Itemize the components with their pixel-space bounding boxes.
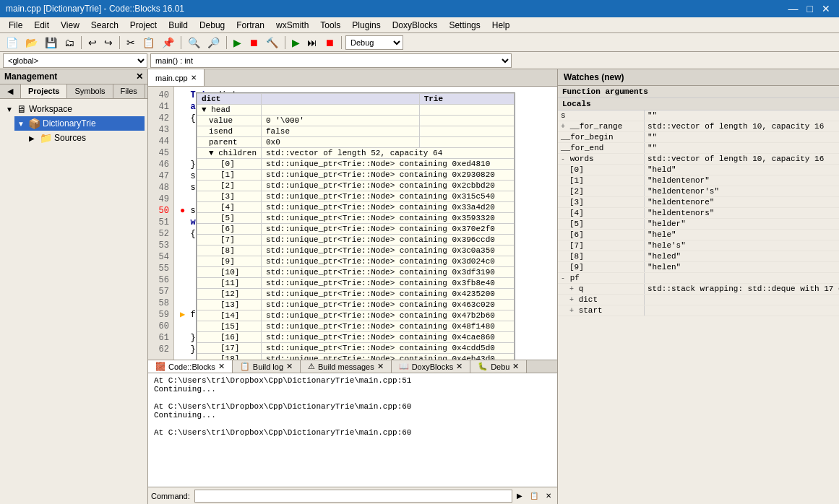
menu-help[interactable]: Help (486, 19, 516, 32)
bottom-tab-buildmsg-close[interactable]: ✕ (377, 362, 384, 371)
cut-button[interactable]: ✂ (124, 35, 138, 51)
editor-tab-main[interactable]: main.cpp ✕ (148, 69, 205, 86)
workspace-expand[interactable]: ▼ (6, 105, 14, 113)
debug-run-button[interactable]: ▶ (289, 35, 303, 51)
menu-doxyblocks[interactable]: DoxyBlocks (387, 19, 444, 32)
watch-row-s: s "" (558, 110, 839, 121)
save-button[interactable]: 💾 (42, 35, 60, 51)
title-bar: main.cpp [DictionaryTrie] - Code::Blocks… (0, 0, 839, 17)
bottom-panel: 🧱 Code::Blocks ✕ 📋 Build log ✕ ⚠ Build m… (148, 360, 557, 504)
menu-project[interactable]: Project (124, 19, 163, 32)
management-close-button[interactable]: ✕ (136, 71, 143, 82)
words-expand[interactable]: - (561, 155, 565, 163)
sources-item[interactable]: ▶ 📁 Sources (26, 131, 145, 145)
redo-button[interactable]: ↪ (101, 35, 116, 51)
watch-name-dict-text: dict (579, 295, 598, 304)
bottom-tab-codeblocks[interactable]: 🧱 Code::Blocks ✕ (148, 360, 233, 373)
command-input[interactable] (194, 490, 512, 503)
bottom-tab-debug-close[interactable]: ✕ (512, 362, 519, 371)
watch-value-words-8: "heled" (645, 251, 839, 261)
stop-button[interactable]: ⏹ (246, 35, 262, 51)
watch-value-words-1: "heldentenor" (645, 175, 839, 186)
separator-3 (181, 36, 181, 49)
debug-overlay: dict Trie ▼ head valu (174, 87, 557, 360)
debug-stop-button[interactable]: ⏹ (322, 35, 337, 51)
bottom-tab-buildlog[interactable]: 📋 Build log ✕ (233, 360, 301, 373)
menu-tools[interactable]: Tools (314, 19, 346, 32)
watch-row-words-1: [1] "heldentenor" (558, 175, 839, 186)
menu-plugins[interactable]: Plugins (346, 19, 386, 32)
bottom-tab-doxy-close[interactable]: ✕ (456, 362, 462, 371)
watch-name-words-1: [1] (558, 175, 645, 186)
bottom-tab-buildmsg[interactable]: ⚠ Build messages ✕ (301, 360, 392, 373)
minimize-button[interactable]: — (786, 3, 801, 14)
dict-expand[interactable]: + (569, 296, 574, 304)
debug-expand-head[interactable]: ▼ head (197, 105, 262, 116)
replace-button[interactable]: 🔎 (205, 35, 223, 51)
debug-table: dict Trie ▼ head valu (196, 92, 515, 360)
separator-6 (341, 36, 342, 49)
project-item[interactable]: ▼ 📦 DictionaryTrie (14, 116, 145, 131)
q-expand[interactable]: + (569, 285, 574, 293)
for-range-expand[interactable]: + (561, 123, 565, 131)
function-scope-select[interactable]: main() : int (150, 53, 512, 68)
undo-button[interactable]: ↩ (85, 35, 100, 51)
tab-prev-button[interactable]: ◀ (0, 84, 21, 98)
debug-head-value (419, 105, 514, 116)
watch-row-start: + start (558, 305, 839, 316)
command-send-button[interactable]: ▶ (514, 488, 525, 504)
debug-combo[interactable]: Debug (345, 35, 403, 50)
paste-button[interactable]: 📌 (159, 35, 177, 51)
watch-name-words: - words (558, 154, 645, 164)
workspace-children: ▼ 📦 DictionaryTrie ▶ 📁 Sources (14, 116, 145, 145)
build-button[interactable]: 🔨 (263, 35, 281, 51)
sources-expand[interactable]: ▶ (29, 134, 38, 142)
command-clear-button[interactable]: ✕ (543, 488, 554, 504)
project-icon: 📦 (28, 118, 40, 129)
editor-tab-filename: main.cpp (155, 74, 188, 82)
watch-name-pf-text: pf (570, 274, 580, 282)
close-button[interactable]: ✕ (819, 3, 833, 14)
save-all-button[interactable]: 🗂 (61, 35, 77, 51)
run-button[interactable]: ▶ (231, 35, 244, 51)
tab-symbols[interactable]: Symbols (67, 84, 113, 98)
menu-fortran[interactable]: Fortran (231, 19, 270, 32)
maximize-button[interactable]: □ (804, 3, 816, 14)
editor-tab-close[interactable]: ✕ (191, 74, 197, 82)
debug-child-4-val: std::unique_ptr<Trie::Node> containing 0… (262, 202, 515, 213)
menu-debug[interactable]: Debug (194, 19, 231, 32)
new-button[interactable]: 📄 (3, 35, 21, 51)
menu-wxsmith[interactable]: wxSmith (270, 19, 314, 32)
menu-view[interactable]: View (55, 19, 85, 32)
command-copy-button[interactable]: 📋 (527, 488, 541, 504)
debug-child-11-val: std::unique_ptr<Trie::Node> containing 0… (262, 278, 515, 289)
copy-button[interactable]: 📋 (139, 35, 158, 51)
global-scope-select[interactable]: <global> (3, 53, 147, 68)
search-button[interactable]: 🔍 (185, 35, 203, 51)
pf-expand[interactable]: - (561, 274, 565, 282)
bottom-tab-buildlog-close[interactable]: ✕ (286, 362, 293, 371)
code-editor[interactable]: 4041424344 4546474849 50515253 545556575… (148, 87, 557, 360)
menu-file[interactable]: File (3, 19, 28, 32)
menu-build[interactable]: Build (163, 19, 194, 32)
start-expand[interactable]: + (569, 307, 574, 315)
menu-settings[interactable]: Settings (443, 19, 486, 32)
workspace-item[interactable]: ▼ 🖥 Workspace (3, 102, 145, 116)
bottom-tab-doxy[interactable]: 📖 DoxyBlocks ✕ (392, 360, 470, 373)
debug-child-17-val: std::unique_ptr<Trie::Node> containing 0… (262, 343, 515, 354)
debug-step-button[interactable]: ⏭ (304, 35, 320, 51)
tab-projects[interactable]: Projects (21, 84, 67, 98)
bottom-tab-codeblocks-close[interactable]: ✕ (218, 362, 225, 371)
bottom-tab-debug[interactable]: 🐛 Debu ✕ (470, 360, 527, 373)
menu-edit[interactable]: Edit (28, 19, 55, 32)
menu-bar: File Edit View Search Project Build Debu… (0, 17, 839, 33)
watch-name-start: + start (558, 305, 645, 316)
sources-icon: 📁 (40, 132, 52, 144)
log-line-6 (154, 420, 551, 428)
debug-children-expand[interactable]: ▼ children (197, 148, 262, 159)
menu-search[interactable]: Search (85, 19, 124, 32)
open-button[interactable]: 📂 (22, 35, 40, 51)
tab-files[interactable]: Files (113, 84, 145, 98)
debug-child-12-label: [12] (197, 289, 262, 300)
project-expand[interactable]: ▼ (17, 120, 26, 128)
